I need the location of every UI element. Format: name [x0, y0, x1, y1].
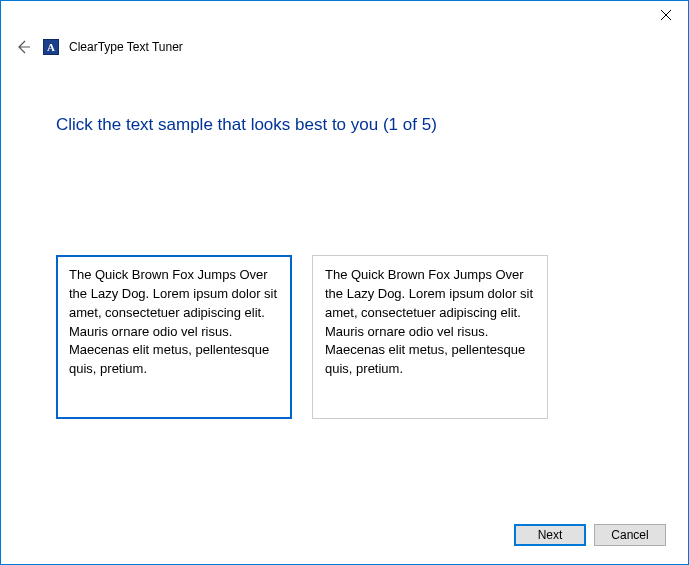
cancel-button[interactable]: Cancel [594, 524, 666, 546]
titlebar [1, 1, 688, 33]
page-heading: Click the text sample that looks best to… [56, 115, 633, 135]
footer-buttons: Next Cancel [514, 524, 666, 546]
close-button[interactable] [643, 1, 688, 29]
app-icon: A [43, 39, 59, 55]
app-icon-letter: A [47, 41, 55, 53]
text-sample-2[interactable]: The Quick Brown Fox Jumps Over the Lazy … [312, 255, 548, 419]
next-button[interactable]: Next [514, 524, 586, 546]
app-title: ClearType Text Tuner [69, 40, 183, 54]
close-icon [661, 10, 671, 20]
sample-text: The Quick Brown Fox Jumps Over the Lazy … [325, 267, 533, 376]
text-sample-1[interactable]: The Quick Brown Fox Jumps Over the Lazy … [56, 255, 292, 419]
back-button[interactable] [13, 37, 33, 57]
sample-row: The Quick Brown Fox Jumps Over the Lazy … [56, 255, 633, 419]
header-row: A ClearType Text Tuner [1, 33, 688, 57]
content-area: Click the text sample that looks best to… [1, 115, 688, 419]
sample-text: The Quick Brown Fox Jumps Over the Lazy … [69, 267, 277, 376]
back-arrow-icon [15, 39, 31, 55]
